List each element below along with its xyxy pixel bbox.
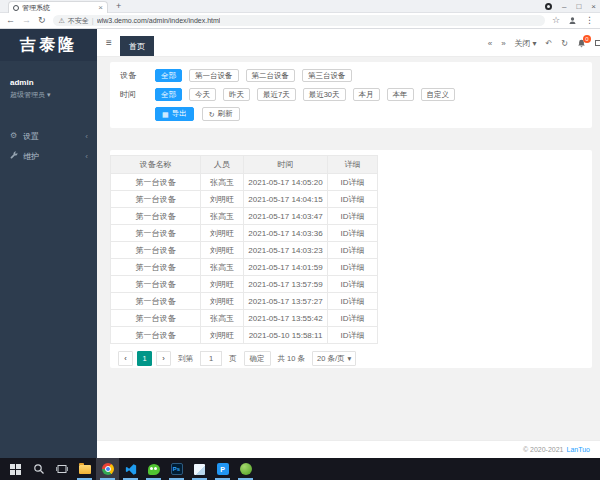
cell-time: 2021-05-17 13:57:27 xyxy=(244,293,328,310)
cell-detail-link[interactable]: ID详细 xyxy=(328,208,378,225)
sidebar-item-label: 维护 xyxy=(23,151,39,162)
wrench-icon xyxy=(9,151,18,161)
cell-time: 2021-05-17 13:55:42 xyxy=(244,310,328,327)
page-current[interactable]: 1 xyxy=(137,351,152,366)
cell-time: 2021-05-17 14:03:36 xyxy=(244,225,328,242)
notification-bell-icon[interactable]: 0 xyxy=(577,39,586,48)
notes-app-icon[interactable] xyxy=(188,458,211,480)
time-filter-all[interactable]: 全部 xyxy=(155,88,182,101)
time-filter-today[interactable]: 今天 xyxy=(189,88,216,101)
filter-card: 设备 全部 第一台设备 第二台设备 第三台设备 时间 全部 今天 昨天 最近7天… xyxy=(110,62,592,128)
time-filter-year[interactable]: 本年 xyxy=(387,88,414,101)
search-icon[interactable] xyxy=(27,458,50,480)
window-maximize-button[interactable]: □ xyxy=(576,2,581,11)
user-role-dropdown[interactable]: 超级管理员 ▾ xyxy=(10,90,87,100)
col-header-person: 人员 xyxy=(201,156,244,174)
device-filter-1[interactable]: 第一台设备 xyxy=(189,69,239,82)
cell-detail-link[interactable]: ID详细 xyxy=(328,310,378,327)
goto-page-input[interactable]: 1 xyxy=(200,351,222,366)
cell-detail-link[interactable]: ID详细 xyxy=(328,293,378,310)
browser-forward-button[interactable]: → xyxy=(22,16,31,25)
start-button-icon[interactable] xyxy=(4,458,27,480)
caret-down-icon: ▾ xyxy=(348,352,352,365)
total-count-label: 共 10 条 xyxy=(278,354,306,364)
fullscreen-icon[interactable] xyxy=(595,40,600,46)
cell-device: 第一台设备 xyxy=(111,259,201,276)
scroll-tabs-right-icon[interactable]: » xyxy=(501,39,505,48)
file-explorer-icon[interactable] xyxy=(73,458,96,480)
time-filter-7days[interactable]: 最近7天 xyxy=(257,88,296,101)
device-filter-3[interactable]: 第三台设备 xyxy=(302,69,352,82)
screen: 管理系统 × + – □ × ← → ↻ ⚠ 不安全 | wlw3.demo.c… xyxy=(0,0,600,480)
tab-title: 管理系统 xyxy=(22,3,95,13)
time-filter-month[interactable]: 本月 xyxy=(353,88,380,101)
tab-close-icon[interactable]: × xyxy=(98,4,103,12)
export-grid-icon: ▦ xyxy=(162,111,169,118)
cell-device: 第一台设备 xyxy=(111,242,201,259)
export-button[interactable]: ▦导出 xyxy=(155,107,194,121)
brand-logo: 吉泰隆 xyxy=(0,29,97,61)
chrome-icon[interactable] xyxy=(96,458,119,480)
browser-menu-icon[interactable]: ⋮ xyxy=(585,16,594,25)
table-row: 第一台设备张高玉2021-05-17 14:01:59ID详细 xyxy=(111,259,378,276)
refresh-button[interactable]: ↻刷新 xyxy=(202,107,240,121)
chevron-left-icon: ‹ xyxy=(85,132,88,141)
time-filter-yesterday[interactable]: 昨天 xyxy=(223,88,250,101)
cell-detail-link[interactable]: ID详细 xyxy=(328,242,378,259)
sidebar-item-settings[interactable]: ⚙ 设置 ‹ xyxy=(0,126,97,146)
browser-addressbar: ← → ↻ ⚠ 不安全 | wlw3.demo.com/admin/index/… xyxy=(0,13,600,29)
page-next-button[interactable]: › xyxy=(156,351,171,366)
top-navbar: ≡ 首页 « » 关闭▾ ↶ ↻ 0 xyxy=(97,29,600,57)
window-minimize-button[interactable]: – xyxy=(562,2,566,11)
device-filter-all[interactable]: 全部 xyxy=(155,69,182,82)
main-area: ≡ 首页 « » 关闭▾ ↶ ↻ 0 xyxy=(97,29,600,458)
new-tab-button[interactable]: + xyxy=(116,1,121,11)
bookmark-star-icon[interactable]: ☆ xyxy=(552,16,560,25)
goto-confirm-button[interactable]: 确定 xyxy=(244,351,271,366)
photoshop-icon[interactable]: Ps xyxy=(165,458,188,480)
goto-suffix-label: 页 xyxy=(229,354,237,364)
page-size-select[interactable]: 20 条/页▾ xyxy=(312,351,356,366)
window-close-button[interactable]: × xyxy=(591,2,596,11)
time-filter-30days[interactable]: 最近30天 xyxy=(303,88,346,101)
profile-avatar-icon[interactable] xyxy=(568,16,577,25)
browser-tab[interactable]: 管理系统 × xyxy=(8,1,108,13)
cell-detail-link[interactable]: ID详细 xyxy=(328,191,378,208)
p-app-icon[interactable]: P xyxy=(211,458,234,480)
page-prev-button[interactable]: ‹ xyxy=(118,351,133,366)
cell-time: 2021-05-17 14:03:23 xyxy=(244,242,328,259)
url-field[interactable]: ⚠ 不安全 | wlw3.demo.com/admin/index/index.… xyxy=(53,15,545,26)
close-tabs-dropdown[interactable]: 关闭▾ xyxy=(515,38,537,49)
wechat-icon[interactable] xyxy=(142,458,165,480)
undo-icon[interactable]: ↶ xyxy=(546,39,553,48)
cell-time: 2021-05-17 14:04:15 xyxy=(244,191,328,208)
green-app-icon[interactable] xyxy=(234,458,257,480)
cell-person: 刘明旺 xyxy=(201,276,244,293)
refresh-page-icon[interactable]: ↻ xyxy=(561,39,568,48)
sidebar-menu: ⚙ 设置 ‹ 维护 ‹ xyxy=(0,126,97,166)
collapse-menu-icon[interactable]: ≡ xyxy=(106,37,112,48)
refresh-icon: ↻ xyxy=(209,111,215,118)
time-filter-custom[interactable]: 自定义 xyxy=(421,88,456,101)
cell-detail-link[interactable]: ID详细 xyxy=(328,327,378,344)
device-filter-label: 设备 xyxy=(120,70,155,81)
cell-detail-link[interactable]: ID详细 xyxy=(328,225,378,242)
records-table: 设备名称 人员 时间 详细 第一台设备张高玉2021-05-17 14:05:2… xyxy=(110,155,378,344)
task-view-icon[interactable] xyxy=(50,458,73,480)
browser-reload-button[interactable]: ↻ xyxy=(38,16,46,25)
tab-home[interactable]: 首页 xyxy=(120,36,154,56)
table-row: 第一台设备张高玉2021-05-17 13:55:42ID详细 xyxy=(111,310,378,327)
device-filter-2[interactable]: 第二台设备 xyxy=(246,69,296,82)
cell-detail-link[interactable]: ID详细 xyxy=(328,276,378,293)
table-row: 第一台设备刘明旺2021-05-10 15:58:11ID详细 xyxy=(111,327,378,344)
col-header-time: 时间 xyxy=(244,156,328,174)
cell-detail-link[interactable]: ID详细 xyxy=(328,174,378,191)
scroll-tabs-left-icon[interactable]: « xyxy=(488,39,492,48)
record-extension-icon[interactable] xyxy=(545,3,552,10)
chevron-left-icon: ‹ xyxy=(85,152,88,161)
vscode-icon[interactable] xyxy=(119,458,142,480)
sidebar-item-maintenance[interactable]: 维护 ‹ xyxy=(0,146,97,166)
brand-link[interactable]: LanTuo xyxy=(567,446,590,453)
cell-detail-link[interactable]: ID详细 xyxy=(328,259,378,276)
browser-back-button[interactable]: ← xyxy=(6,16,15,25)
